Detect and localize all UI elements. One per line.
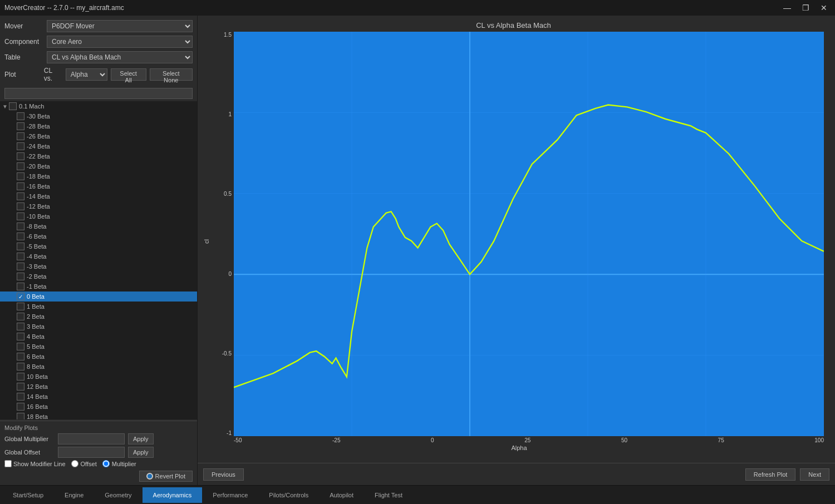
- left-panel: Mover P6DOF Mover Component Core Aero Ta…: [0, 16, 198, 485]
- mover-row: Mover P6DOF Mover: [4, 20, 193, 32]
- tree-item-b-24[interactable]: -24 Beta: [0, 141, 197, 151]
- y-ticks-and-chart: 1.510.50-0.5-1: [214, 32, 824, 436]
- global-offset-label: Global Offset: [4, 449, 55, 456]
- main-content: Mover P6DOF Mover Component Core Aero Ta…: [0, 16, 835, 485]
- x-tick: -50: [234, 437, 242, 443]
- select-none-button[interactable]: Select None: [150, 68, 193, 81]
- next-button[interactable]: Next: [800, 468, 829, 481]
- tree-item-b6[interactable]: 6 Beta: [0, 352, 197, 362]
- maximize-button[interactable]: ❐: [799, 3, 813, 12]
- tree-item-b-16[interactable]: -16 Beta: [0, 181, 197, 191]
- tree-item-b-30[interactable]: -30 Beta: [0, 111, 197, 121]
- title-text: MoverCreator -- 2.7.0 -- my_aircraft.amc: [4, 4, 124, 12]
- table-row: Table CL vs Alpha Beta Mach: [4, 51, 193, 63]
- bottom-tab-geometry[interactable]: Geometry: [94, 487, 142, 503]
- tree-item-b-12[interactable]: -12 Beta: [0, 201, 197, 211]
- plot-inner: 1.510.50-0.5-1: [214, 32, 824, 451]
- tree-item-b1[interactable]: 1 Beta: [0, 302, 197, 312]
- tree-item-b-6[interactable]: -6 Beta: [0, 231, 197, 241]
- minimize-button[interactable]: —: [780, 3, 794, 12]
- search-input[interactable]: [4, 88, 193, 99]
- tree-item-b14[interactable]: 14 Beta: [0, 392, 197, 402]
- offset-radio[interactable]: [71, 460, 78, 467]
- select-all-button[interactable]: Select All: [111, 68, 146, 81]
- chart-svg-container: [234, 32, 824, 436]
- bottom-tab-autopilot[interactable]: Autopilot: [319, 487, 364, 503]
- plot-axis-select[interactable]: Alpha: [66, 68, 107, 81]
- plot-area: CL vs Alpha Beta Mach cl 1.510.50-0.5-1: [198, 16, 835, 463]
- tree-item-b-1[interactable]: -1 Beta: [0, 281, 197, 291]
- tree-item-b3[interactable]: 3 Beta: [0, 322, 197, 332]
- x-tick: 75: [718, 437, 724, 443]
- x-ticks: -50-250255075100: [214, 436, 824, 443]
- titlebar-controls[interactable]: — ❐ ✕: [780, 3, 831, 12]
- y-ticks: 1.510.50-0.5-1: [214, 32, 234, 436]
- tree-item-b-5[interactable]: -5 Beta: [0, 241, 197, 251]
- tree-item-b4[interactable]: 4 Beta: [0, 332, 197, 342]
- tree-item-b-28[interactable]: -28 Beta: [0, 121, 197, 131]
- modify-plots-title: Modify Plots: [4, 424, 193, 431]
- tree-item-b8[interactable]: 8 Beta: [0, 362, 197, 372]
- tree-item-b5[interactable]: 5 Beta: [0, 342, 197, 352]
- multiplier-radio-label[interactable]: Multiplier: [102, 460, 136, 467]
- revert-plot-button[interactable]: Revert Plot: [139, 471, 193, 482]
- y-axis-label: cl: [203, 32, 214, 451]
- tree-item-b-20[interactable]: -20 Beta: [0, 161, 197, 171]
- component-select[interactable]: Core Aero: [47, 36, 193, 48]
- tree-item-b16[interactable]: 16 Beta: [0, 402, 197, 412]
- global-multiplier-input[interactable]: [58, 433, 125, 444]
- show-modifier-line-checkbox[interactable]: [4, 460, 12, 467]
- bottom-tab-aerodynamics[interactable]: Aerodynamics: [143, 487, 203, 503]
- table-select[interactable]: CL vs Alpha Beta Mach: [47, 51, 193, 63]
- tree-item-b18[interactable]: 18 Beta: [0, 412, 197, 419]
- tree-item-b-18[interactable]: -18 Beta: [0, 171, 197, 181]
- global-multiplier-row: Global Multiplier Apply: [4, 433, 193, 444]
- show-modifier-line-label[interactable]: Show Modifier Line: [4, 460, 66, 467]
- tree-item-mach01[interactable]: ▼0.1 Mach: [0, 101, 197, 111]
- modifier-line-row: Show Modifier Line Offset Multiplier: [4, 460, 193, 467]
- tree-item-b10[interactable]: 10 Beta: [0, 372, 197, 382]
- close-button[interactable]: ✕: [817, 3, 831, 12]
- mover-select[interactable]: P6DOF Mover: [47, 20, 193, 32]
- bottom-tab-pilots-controls[interactable]: Pilots/Controls: [258, 487, 319, 503]
- refresh-plot-button[interactable]: Refresh Plot: [745, 468, 796, 481]
- bottom-tab-engine[interactable]: Engine: [54, 487, 94, 503]
- table-label: Table: [4, 53, 43, 61]
- controls-area: Mover P6DOF Mover Component Core Aero Ta…: [0, 16, 197, 87]
- tree-item-b-8[interactable]: -8 Beta: [0, 221, 197, 231]
- bottom-tab-performance[interactable]: Performance: [202, 487, 258, 503]
- tree-item-b12[interactable]: 12 Beta: [0, 382, 197, 392]
- multiplier-apply-button[interactable]: Apply: [128, 433, 154, 444]
- tree-item-b0[interactable]: ✓0 Beta: [0, 291, 197, 302]
- y-tick: 1: [214, 111, 232, 117]
- offset-radio-label[interactable]: Offset: [71, 460, 97, 467]
- y-tick: 0.5: [214, 191, 232, 197]
- plot-wrapper: cl 1.510.50-0.5-1: [203, 32, 824, 451]
- bottom-tabs: Start/SetupEngineGeometryAerodynamicsPer…: [0, 485, 835, 504]
- bottom-tab-flight-test[interactable]: Flight Test: [364, 487, 413, 503]
- y-tick: 1.5: [214, 32, 232, 38]
- offset-apply-button[interactable]: Apply: [128, 447, 154, 458]
- plot-vs-label: CL vs.: [44, 67, 61, 82]
- y-tick: -1: [214, 430, 232, 436]
- revert-radio-indicator: [146, 473, 153, 480]
- tree-container[interactable]: ▼0.1 Mach-30 Beta-28 Beta-26 Beta-24 Bet…: [0, 101, 197, 419]
- tree-item-b-2[interactable]: -2 Beta: [0, 271, 197, 281]
- tree-item-b-3[interactable]: -3 Beta: [0, 261, 197, 271]
- tree-item-b-4[interactable]: -4 Beta: [0, 251, 197, 261]
- tree-item-b-26[interactable]: -26 Beta: [0, 131, 197, 141]
- tree-item-b-22[interactable]: -22 Beta: [0, 151, 197, 161]
- titlebar: MoverCreator -- 2.7.0 -- my_aircraft.amc…: [0, 0, 835, 16]
- previous-button[interactable]: Previous: [203, 468, 244, 481]
- multiplier-radio[interactable]: [102, 460, 110, 467]
- x-tick: 25: [524, 437, 531, 443]
- bottom-tab-start-setup[interactable]: Start/Setup: [2, 487, 54, 503]
- tree-item-b-10[interactable]: -10 Beta: [0, 211, 197, 221]
- revert-row: Revert Plot: [4, 471, 193, 482]
- global-offset-input[interactable]: [58, 447, 125, 458]
- tree-item-b-14[interactable]: -14 Beta: [0, 191, 197, 201]
- tree-item-b2[interactable]: 2 Beta: [0, 312, 197, 322]
- global-multiplier-label: Global Multiplier: [4, 436, 55, 442]
- x-tick: 0: [431, 437, 434, 443]
- plot-title: CL vs Alpha Beta Mach: [203, 21, 824, 29]
